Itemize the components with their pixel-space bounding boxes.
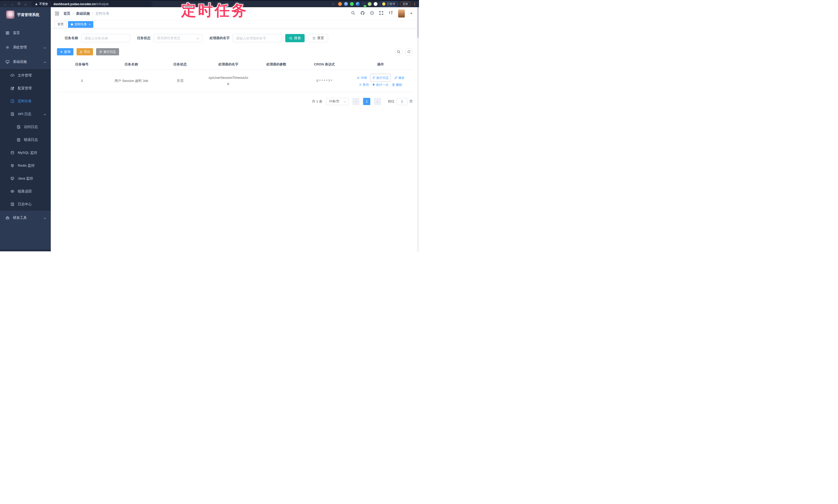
job-name-input[interactable] [81,34,130,42]
edit-link[interactable]: 修改 [394,75,404,81]
sidebar-item-label: 日志中心 [18,202,32,206]
timer-icon [10,99,14,103]
annotation-overlay-text: 定时任务 [181,1,248,21]
sidebar-item-config[interactable]: 配置管理 [0,82,51,95]
add-button-label: 新增 [64,50,70,54]
scrollbar-thumb[interactable] [417,7,419,38]
tab-label: 首页 [57,22,64,26]
sidebar-item-label: 研发工具 [13,216,27,220]
sidebar-item-access-log[interactable]: 访问日志 [0,121,51,133]
extension-icon-green-check[interactable] [350,2,354,6]
exec-log-link[interactable]: 执行日志 [370,74,391,82]
browser-update-button[interactable]: 更新 [400,2,411,6]
page-1-button[interactable]: 1 [363,98,370,105]
security-label[interactable]: 不安全 [39,2,48,6]
cell-job-status: 开启 [156,70,204,92]
sidebar-item-mysql[interactable]: MySQL 监控 [0,146,51,159]
extension-icon-leaf[interactable] [368,2,371,6]
font-size-icon[interactable] [388,11,393,16]
edit-link-label: 修改 [398,75,404,81]
refresh-button[interactable] [405,48,413,56]
extension-icon-orange[interactable] [338,2,342,6]
next-page-button[interactable]: › [374,98,381,105]
sidebar-item-job[interactable]: 定时任务 [0,95,51,108]
export-button-label: 导出 [84,50,90,54]
fullscreen-icon[interactable] [379,11,383,16]
cell-job-name: 用户 Session 超时 Job [107,70,156,92]
sidebar-item-infra[interactable]: 基础设施 [0,55,51,69]
detail-link[interactable]: 详细 [356,75,367,81]
browser-reload-icon[interactable] [16,1,22,7]
breadcrumb-separator: / [73,12,74,15]
show-search-button[interactable] [395,48,402,56]
handler-name-input[interactable] [233,34,282,42]
reset-button-label: 重置 [317,36,324,40]
sidebar-item-devtools[interactable]: 研发工具 [0,211,51,225]
prev-page-button[interactable]: ‹ [352,98,360,105]
browser-home-icon[interactable]: ⌂ [23,1,28,7]
close-icon[interactable]: × [89,23,90,26]
sidebar-item-label: Redis 监控 [18,163,35,168]
avatar-caret-icon[interactable] [410,13,412,14]
breadcrumb-home[interactable]: 首页 [64,11,70,16]
reset-button[interactable]: 重置 [308,34,328,42]
eye-icon [10,189,14,193]
log-file-icon [17,125,21,129]
tab-label: 定时任务 [74,22,87,26]
run-once-link[interactable]: 执行一次 [372,82,388,88]
chevron-down-icon [196,36,199,40]
address-divider [51,2,51,6]
delete-link[interactable]: 删除 [392,82,402,88]
page-size-select[interactable]: 10条/页 [326,98,349,105]
breadcrumb-infra[interactable]: 基础设施 [76,11,90,16]
pause-link[interactable]: 暂停 [359,82,369,88]
app-logo [6,11,14,19]
profile-paused-badge[interactable]: 已暂停 [380,2,398,6]
goto-page-input[interactable] [397,98,407,105]
tab-home[interactable]: 首页 [55,21,67,28]
paused-label: 已暂停 [387,2,395,6]
help-icon[interactable]: ? [370,11,374,16]
avatar[interactable] [398,10,405,18]
sidebar-item-system[interactable]: 系统管理 [0,40,51,55]
sidebar-item-file[interactable]: 文件管理 [0,69,51,82]
active-tab-dot [71,23,73,25]
add-button[interactable]: 新增 [57,48,73,55]
app-logo-row[interactable]: 芋道管理系统 [0,7,51,22]
page-scrollbar[interactable] [417,7,419,252]
sidebar-item-api-log[interactable]: API 日志 [0,108,51,121]
extension-icon-puzzle[interactable] [374,2,378,6]
sidebar-menu: 首页 系统管理 基础设施 文件管理 配置管理 [0,26,51,249]
sidebar-item-home[interactable]: 首页 [0,26,51,40]
sidebar-item-label: 链路追踪 [18,189,32,194]
extension-icon-blue[interactable] [344,2,348,6]
sidebar-item-log-center[interactable]: 日志中心 [0,198,51,211]
breadcrumb: 首页 / 基础设施 / 定时任务 [64,11,109,16]
export-button[interactable]: 导出 [76,48,93,55]
sidebar-item-error-log[interactable]: 错误日志 [0,133,51,146]
col-job-id: 任务编号 [57,59,107,70]
browser-menu-icon[interactable]: ⋮ [413,2,416,6]
sidebar-item-trace[interactable]: 链路追踪 [0,185,51,198]
sidebar-collapse-icon[interactable] [55,12,59,15]
col-job-name: 任务名称 [107,59,156,70]
browser-forward-icon[interactable]: → [9,1,15,7]
search-icon[interactable] [351,11,355,16]
github-icon[interactable] [360,11,365,16]
tab-job[interactable]: 定时任务 × [68,21,93,28]
address-bar[interactable]: 不安全 dashboard.yudao.iocoder.cn /infra/jo… [32,1,153,7]
browser-back-icon[interactable]: ← [3,1,8,7]
sidebar-item-redis[interactable]: Redis 监控 [0,159,51,172]
bookmark-star-icon[interactable]: ☆ [330,1,336,7]
page-unit-label: 页 [409,99,413,104]
job-status-select[interactable]: 请选择任务状态 [154,34,203,42]
sidebar-item-java[interactable]: Java 监控 [0,172,51,185]
app-title: 芋道管理系统 [17,12,39,17]
search-button[interactable]: 搜索 [285,34,304,42]
extension-icon-dark[interactable]: on [362,2,366,6]
pagination: 共 1 条 10条/页 ‹ 1 › 前往 页 [57,98,413,105]
exec-log-button[interactable]: 执行日志 [96,48,119,55]
extension-icon-grid[interactable] [356,2,360,6]
cell-job-id: 3 [57,70,107,92]
url-host: dashboard.yudao.iocoder.cn [54,2,95,6]
